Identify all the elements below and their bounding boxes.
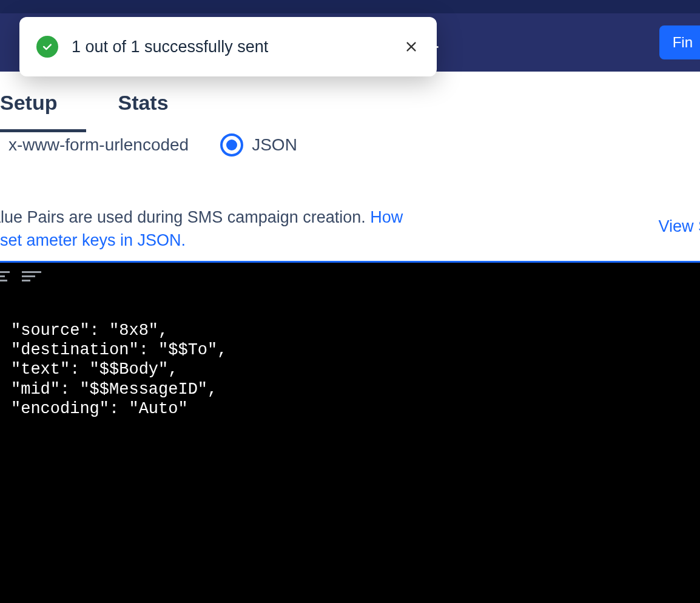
code-line: "encoding": "Auto" xyxy=(11,400,188,418)
body-type-radio-group: x-www-form-urlencoded JSON xyxy=(0,133,700,157)
radio-label-json: JSON xyxy=(252,135,297,155)
view-sample-link[interactable]: View Sa xyxy=(658,217,700,236)
code-line: "mid": "$$MessageID", xyxy=(11,380,217,399)
code-editor[interactable]: "source": "8x8", "destination": "$$To", … xyxy=(0,292,700,603)
description-text: Value Pairs are used during SMS campaign… xyxy=(0,206,419,252)
align-left-icon[interactable] xyxy=(0,270,10,285)
radio-circle-selected-icon xyxy=(220,133,243,157)
description-plain-text: Value Pairs are used during SMS campaign… xyxy=(0,208,370,226)
svg-rect-6 xyxy=(22,275,35,277)
top-bar-dark xyxy=(0,0,700,13)
radio-inner-dot xyxy=(226,140,237,150)
code-line: "source": "8x8", xyxy=(11,322,168,340)
tab-stats[interactable]: Stats xyxy=(118,91,168,132)
toast-message: 1 out of 1 successfully sent xyxy=(72,38,403,56)
radio-label-urlencoded: x-www-form-urlencoded xyxy=(8,135,189,155)
code-line: "destination": "$$To", xyxy=(11,341,227,359)
align-center-icon[interactable] xyxy=(22,270,41,285)
radio-option-urlencoded[interactable]: x-www-form-urlencoded xyxy=(0,133,189,157)
toast-close-button[interactable] xyxy=(403,38,420,55)
header-left-fragment: re. xyxy=(0,33,1,52)
radio-option-json[interactable]: JSON xyxy=(220,133,297,157)
description-row: Value Pairs are used during SMS campaign… xyxy=(0,206,700,252)
success-check-icon xyxy=(36,36,58,58)
svg-rect-3 xyxy=(0,275,5,277)
finish-button[interactable]: Fin xyxy=(659,25,700,59)
svg-rect-7 xyxy=(22,280,30,281)
tabs-container: Setup Stats xyxy=(0,72,700,132)
code-line: "text": "$$Body", xyxy=(11,360,178,379)
svg-rect-5 xyxy=(22,271,41,273)
svg-rect-4 xyxy=(0,280,7,281)
tab-setup[interactable]: Setup xyxy=(0,91,57,132)
toast-notification: 1 out of 1 successfully sent xyxy=(19,17,437,76)
code-toolbar xyxy=(0,263,700,292)
svg-rect-2 xyxy=(0,271,10,273)
